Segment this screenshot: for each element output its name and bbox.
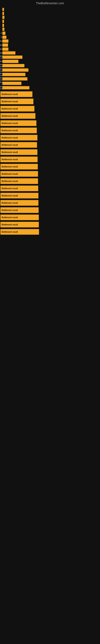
result-bar: Bottleneck result [0,106,34,112]
result-bar-text: Bottleneck result [1,231,18,233]
result-bar-text: Bottleneck result [1,151,18,153]
result-bar: Bottleneck result [0,207,39,213]
chart-bar [2,28,4,31]
chart-bar [2,60,18,63]
result-item: Bottleneck result [0,135,100,140]
result-item: Bottleneck result [0,120,100,126]
chart-bar-label: E [0,32,2,34]
chart-bar [2,64,24,67]
chart-bar [2,51,15,54]
chart-bar-label: Bottleneck result [0,86,2,90]
result-item: Bottleneck result [0,156,100,162]
result-item: Bottleneck result [0,186,100,191]
chart-bar-row: Bottlenec [0,60,100,63]
chart-bar-label: Bottleneck res [0,64,2,68]
result-bar-text: Bottleneck result [1,209,18,211]
result-bar: Bottleneck result [0,128,37,133]
result-bar-text: Bottleneck result [1,202,18,204]
result-bar: Bottleneck result [0,135,37,140]
chart-bar-label: Bol [0,48,2,50]
chart-bar-label: Bottlenec [0,60,2,62]
chart-bar [2,73,25,76]
result-bar-text: Bottleneck result [1,93,18,96]
result-bar-text: Bottleneck result [1,180,18,182]
chart-bar-row [0,16,100,19]
result-bar: Bottleneck result [0,222,39,228]
chart-bar [2,77,27,80]
result-item: Bottleneck result [0,149,100,155]
chart-bar-row [0,20,100,23]
result-bar: Bottleneck result [0,193,38,198]
chart-bar [2,86,29,89]
result-bar: Bottleneck result [0,113,35,119]
chart-bar-row [0,12,100,15]
result-bar: Bottleneck result [0,142,37,148]
result-bar-text: Bottleneck result [1,137,18,139]
chart-bar [2,32,5,35]
results-section: Bottleneck resultBottleneck resultBottle… [0,90,100,238]
result-item: Bottleneck result [0,91,100,97]
result-item: Bottleneck result [0,207,100,213]
chart-bar [2,24,4,27]
result-item: Bottleneck result [0,98,100,104]
chart-bar-label: Bottleneck resul [0,77,2,81]
chart-bar [2,12,4,15]
result-item: Bottleneck result [0,200,100,206]
chart-bar [2,8,4,11]
result-bar: Bottleneck result [0,91,32,97]
result-bar: Bottleneck result [0,120,36,126]
chart-bar-label: Bo [0,44,2,46]
result-bar-text: Bottleneck result [1,130,18,132]
result-item: Bottleneck result [0,193,100,198]
chart-bar [2,40,8,43]
result-bar: Bottleneck result [0,214,39,220]
result-item: Bottleneck result [0,171,100,177]
chart-bar-row: Bottleneck re [0,55,100,59]
chart-bar-label: Bottleneck r [0,81,2,85]
result-bar: Bottleneck result [0,186,38,191]
result-item: Bottleneck result [0,229,100,235]
result-bar-text: Bottleneck result [1,224,18,226]
chart-bar [2,16,4,19]
result-bar-text: Bottleneck result [1,122,18,124]
result-bar-text: Bottleneck result [1,166,18,168]
result-bar: Bottleneck result [0,149,37,155]
chart-bar-row: Bot [0,40,100,43]
chart-bar-row: Bottleneck resul [0,77,100,81]
chart-area: EBBotBoBolBottleneBottleneck reBottlenec… [0,6,100,90]
chart-bar [2,44,8,47]
result-item: Bottleneck result [0,214,100,220]
chart-bar-row: Bottleneck result [0,86,100,90]
chart-bar [2,36,6,39]
chart-bar [2,48,8,51]
chart-bar-label: Bottleneck res [0,72,2,76]
chart-bar-label: Bot [0,40,2,42]
result-bar: Bottleneck result [0,178,38,184]
result-bar-text: Bottleneck result [1,115,18,117]
chart-bar-row: Bo [0,43,100,47]
result-bar: Bottleneck result [0,98,33,104]
chart-bar [2,68,28,72]
result-bar-text: Bottleneck result [1,216,18,218]
result-item: Bottleneck result [0,128,100,133]
result-item: Bottleneck result [0,142,100,148]
result-bar: Bottleneck result [0,229,39,235]
chart-bar-label: Bottlene [0,52,2,54]
chart-bar-row: B [0,36,100,39]
result-bar-text: Bottleneck result [1,187,18,190]
chart-bar-row: Bottleneck res [0,72,100,76]
chart-bar-row: E [0,32,100,35]
chart-bar-row [0,28,100,31]
result-bar-text: Bottleneck result [1,158,18,160]
result-bar-text: Bottleneck result [1,194,18,197]
result-bar: Bottleneck result [0,164,38,170]
result-bar-text: Bottleneck result [1,173,18,175]
result-item: Bottleneck result [0,106,100,112]
site-title: TheBottlenecker.com [0,0,100,6]
result-bar-text: Bottleneck result [1,108,18,110]
result-bar-text: Bottleneck result [1,144,18,146]
result-item: Bottleneck result [0,113,100,119]
chart-bar-row: Bottleneck r [0,81,100,85]
chart-bar-row [0,8,100,11]
result-bar: Bottleneck result [0,156,38,162]
